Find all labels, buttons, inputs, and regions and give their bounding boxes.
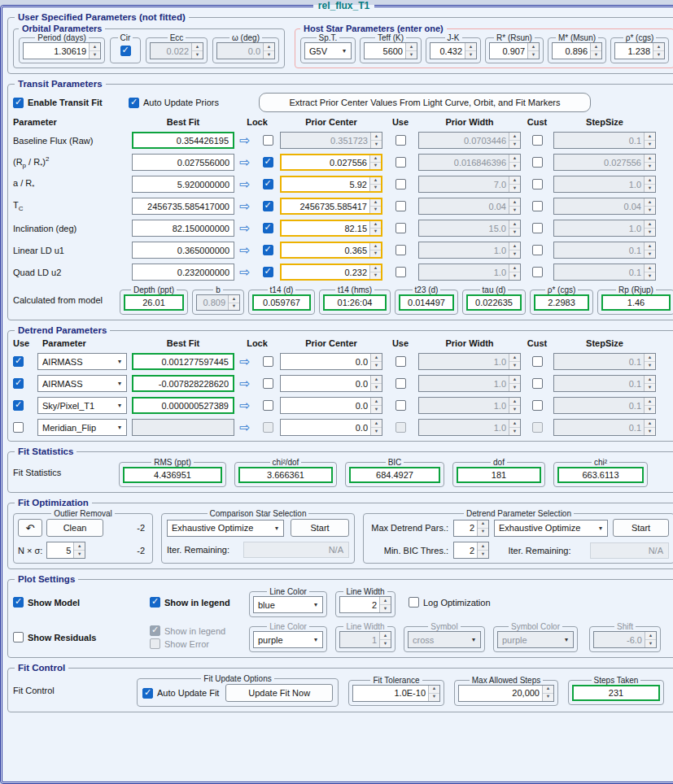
spinner-updown-icon[interactable]: [379, 597, 391, 612]
spinner-updown-icon[interactable]: [428, 686, 439, 701]
spinner-updown-icon[interactable]: [228, 295, 239, 310]
residuals-show-in-legend[interactable]: Show in legend: [150, 625, 249, 636]
undo-clean-button[interactable]: ↶: [18, 519, 42, 537]
spinner-updown-icon[interactable]: [191, 43, 203, 59]
period-spinner[interactable]: 1.30619: [23, 42, 101, 59]
best-fit-field[interactable]: 0.001277597445: [132, 353, 234, 370]
extract-priors-button[interactable]: Extract Prior Center Values From Light C…: [259, 93, 591, 112]
model-line-width-spinner[interactable]: 2: [339, 596, 391, 613]
spinner-updown-icon[interactable]: [644, 220, 655, 236]
spinner-updown-icon[interactable]: [369, 155, 381, 169]
show-error-checkbox[interactable]: [150, 638, 160, 649]
chevron-down-icon[interactable]: ▾: [113, 402, 126, 409]
model-show-in-legend[interactable]: Show in legend: [150, 597, 249, 608]
step-size-spinner[interactable]: 0.1: [553, 397, 656, 414]
copy-to-prior-arrow-icon[interactable]: ⇨: [239, 377, 250, 390]
lock-checkbox[interactable]: [263, 422, 273, 433]
prior-width-spinner[interactable]: 0.016846396: [418, 154, 521, 171]
show-residuals[interactable]: Show Residuals: [13, 632, 150, 642]
best-fit-field[interactable]: 2456735.585417000: [132, 198, 234, 215]
detrend-param-dropdown[interactable]: AIRMASS▾: [37, 375, 127, 392]
residuals-line-width-spinner[interactable]: 1: [339, 631, 391, 648]
prior-center-spinner[interactable]: 0.232: [280, 264, 382, 281]
spinner-updown-icon[interactable]: [542, 686, 553, 701]
teff-spinner[interactable]: 5600: [364, 42, 417, 59]
spinner-updown-icon[interactable]: [73, 542, 85, 558]
spinner-updown-icon[interactable]: [644, 376, 655, 391]
step-size-spinner[interactable]: 0.027556: [553, 154, 656, 171]
spinner-updown-icon[interactable]: [645, 632, 656, 647]
enable-transit-fit-checkbox[interactable]: [13, 98, 24, 108]
b-spinner[interactable]: 0.809: [196, 294, 240, 311]
use-detrend-checkbox[interactable]: [13, 356, 24, 367]
lock-checkbox[interactable]: [263, 267, 273, 277]
chevron-down-icon[interactable]: ▾: [309, 601, 322, 608]
lock-checkbox[interactable]: [263, 400, 273, 411]
prior-center-spinner[interactable]: 0.027556: [280, 154, 382, 171]
step-size-spinner[interactable]: 0.1: [553, 242, 656, 259]
custom-step-checkbox[interactable]: [532, 201, 543, 211]
spinner-updown-icon[interactable]: [644, 420, 655, 435]
use-detrend-checkbox[interactable]: [13, 422, 24, 433]
spinner-updown-icon[interactable]: [509, 376, 520, 391]
use-prior-checkbox[interactable]: [395, 422, 406, 433]
spinner-updown-icon[interactable]: [509, 176, 520, 192]
prior-width-spinner[interactable]: 7.0: [418, 176, 521, 193]
step-size-spinner[interactable]: 0.1: [553, 132, 656, 149]
chevron-down-icon[interactable]: ▾: [338, 47, 351, 54]
spinner-updown-icon[interactable]: [509, 155, 520, 170]
step-size-spinner[interactable]: 1.0: [553, 220, 656, 237]
spinner-updown-icon[interactable]: [509, 398, 520, 413]
prior-width-spinner[interactable]: 1.0: [418, 397, 521, 414]
spinner-updown-icon[interactable]: [369, 265, 381, 279]
use-prior-checkbox[interactable]: [395, 201, 406, 211]
prior-center-spinner[interactable]: 0.365: [280, 242, 382, 259]
custom-step-checkbox[interactable]: [532, 135, 543, 146]
step-size-spinner[interactable]: 0.1: [553, 375, 656, 392]
prior-width-spinner[interactable]: 1.0: [418, 242, 521, 259]
use-prior-checkbox[interactable]: [395, 135, 406, 146]
spinner-updown-icon[interactable]: [509, 420, 520, 435]
show-model-checkbox[interactable]: [13, 597, 24, 608]
spinner-updown-icon[interactable]: [369, 177, 381, 191]
spinner-updown-icon[interactable]: [509, 242, 520, 258]
spinner-updown-icon[interactable]: [644, 133, 655, 148]
model-legend-checkbox[interactable]: [150, 597, 160, 608]
copy-to-prior-arrow-icon[interactable]: ⇨: [239, 178, 250, 191]
circular-orbit-checkbox[interactable]: [120, 46, 131, 56]
custom-step-checkbox[interactable]: [532, 356, 543, 367]
copy-to-prior-arrow-icon[interactable]: ⇨: [239, 134, 250, 147]
custom-step-checkbox[interactable]: [532, 378, 543, 389]
update-fit-now-button[interactable]: Update Fit Now: [225, 684, 333, 702]
best-fit-field[interactable]: 0.000000527389: [132, 397, 234, 414]
auto-update-fit-checkbox[interactable]: [142, 688, 153, 699]
spinner-updown-icon[interactable]: [370, 376, 382, 391]
spinner-updown-icon[interactable]: [509, 220, 520, 236]
detrend-param-dropdown[interactable]: Sky/Pixel_T1▾: [37, 397, 127, 414]
step-size-spinner[interactable]: 0.1: [553, 264, 656, 281]
spinner-updown-icon[interactable]: [369, 243, 381, 257]
spinner-updown-icon[interactable]: [370, 133, 382, 148]
show-error[interactable]: Show Error: [150, 638, 249, 649]
comp-star-method-dropdown[interactable]: Exhaustive Optimize▾: [167, 520, 284, 537]
lock-checkbox[interactable]: [263, 179, 273, 189]
prior-center-spinner[interactable]: 5.92: [280, 176, 382, 193]
min-bic-spinner[interactable]: 2: [453, 542, 489, 559]
lock-checkbox[interactable]: [263, 157, 273, 168]
copy-to-prior-arrow-icon[interactable]: ⇨: [239, 244, 250, 257]
max-detrend-spinner[interactable]: 2: [453, 520, 489, 537]
comp-star-start-button[interactable]: Start: [291, 519, 349, 537]
prior-center-spinner[interactable]: 0.0: [280, 353, 382, 370]
prior-width-spinner[interactable]: 1.0: [418, 264, 521, 281]
spinner-updown-icon[interactable]: [370, 354, 382, 369]
spinner-updown-icon[interactable]: [527, 43, 539, 59]
rho-spinner[interactable]: 1.238: [614, 42, 665, 59]
prior-center-spinner[interactable]: 0.0: [280, 375, 382, 392]
symbol-color-dropdown[interactable]: purple▾: [497, 631, 574, 648]
use-prior-checkbox[interactable]: [395, 223, 406, 233]
ecc-spinner[interactable]: 0.022: [150, 42, 203, 59]
chevron-down-icon[interactable]: ▾: [309, 636, 322, 643]
enable-transit-fit[interactable]: Enable Transit Fit: [13, 98, 120, 108]
log-optimization[interactable]: Log Optimization: [409, 597, 491, 608]
copy-to-prior-arrow-icon[interactable]: ⇨: [239, 156, 250, 169]
